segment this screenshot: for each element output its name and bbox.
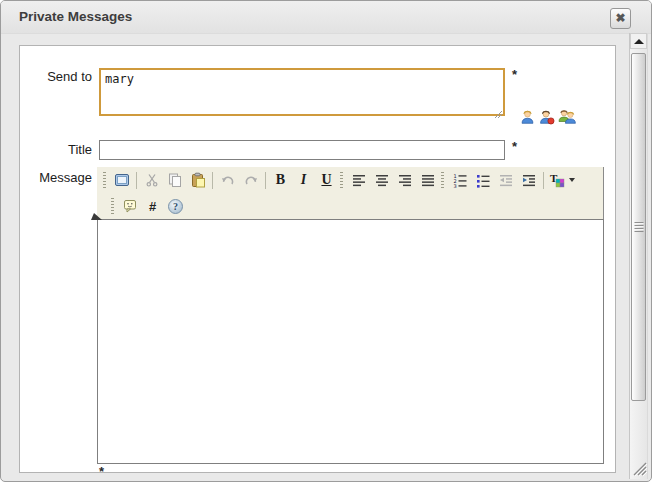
bold-icon: B (276, 172, 285, 188)
italic-icon: I (301, 172, 306, 188)
align-center-button[interactable] (370, 169, 393, 191)
svg-text:?: ? (173, 201, 178, 212)
recipient-buttons (519, 108, 577, 129)
collapse-toolbar-icon (91, 213, 102, 220)
dialog-resize-handle[interactable] (628, 457, 648, 477)
paste-button[interactable] (186, 169, 209, 191)
private-messages-dialog: Private Messages ✖ Send to mary * (0, 0, 652, 482)
svg-text:3: 3 (453, 183, 456, 188)
align-right-button[interactable] (393, 169, 416, 191)
resize-grip-icon (628, 457, 648, 477)
remove-user-icon[interactable] (538, 108, 555, 129)
toolbar-separator (265, 172, 266, 189)
scrollbar-thumb[interactable] (631, 53, 646, 401)
collapse-toolbar-button[interactable] (91, 213, 103, 221)
align-center-icon (374, 172, 390, 188)
select-group-icon[interactable] (557, 108, 577, 129)
text-color-button[interactable]: T (547, 169, 581, 191)
message-editor-area[interactable] (97, 219, 604, 464)
dialog-body: Send to mary * (19, 45, 616, 473)
indent-icon (521, 172, 537, 188)
title-label: Title (20, 142, 92, 157)
redo-icon (243, 172, 259, 188)
close-icon: ✖ (615, 11, 625, 25)
scrollbar[interactable] (629, 33, 648, 479)
ordered-list-icon: 1 2 3 (452, 172, 468, 188)
close-button[interactable]: ✖ (610, 8, 631, 29)
toolbar-row-2: # ? (97, 193, 603, 219)
send-to-resize-grip-icon[interactable] (494, 105, 503, 123)
ordered-list-button[interactable]: 1 2 3 (448, 169, 471, 191)
text-color-icon: T (549, 172, 565, 188)
toolbar-row-1: B I U (97, 167, 603, 193)
send-to-label: Send to (20, 69, 92, 84)
title-required-marker: * (512, 139, 517, 154)
toolbar-grip-icon[interactable] (111, 198, 114, 215)
align-right-icon (397, 172, 413, 188)
send-to-input[interactable]: mary (99, 68, 505, 116)
underline-icon: U (321, 172, 331, 188)
help-button[interactable]: ? (164, 195, 187, 217)
editor-mode-button[interactable] (110, 169, 133, 191)
align-left-icon (351, 172, 367, 188)
message-required-marker: * (99, 464, 104, 479)
bold-button[interactable]: B (269, 169, 292, 191)
cut-icon (144, 172, 160, 188)
toolbar-separator (136, 172, 137, 189)
hash-button[interactable]: # (141, 195, 164, 217)
toolbar-grip-icon[interactable] (103, 172, 106, 189)
cut-button[interactable] (140, 169, 163, 191)
justify-icon (420, 172, 436, 188)
outdent-icon (498, 172, 514, 188)
title-input[interactable] (99, 140, 505, 160)
undo-icon (220, 172, 236, 188)
unordered-list-button[interactable] (471, 169, 494, 191)
help-icon: ? (167, 198, 184, 215)
copy-button[interactable] (163, 169, 186, 191)
underline-button[interactable]: U (315, 169, 338, 191)
select-user-icon[interactable] (519, 108, 536, 129)
editor-toolbar: B I U (97, 167, 604, 219)
send-to-required-marker: * (512, 67, 517, 82)
indent-button[interactable] (517, 169, 540, 191)
toolbar-grip-icon[interactable] (441, 172, 444, 189)
smiley-bubble-icon (122, 198, 138, 214)
italic-button[interactable]: I (292, 169, 315, 191)
redo-button[interactable] (239, 169, 262, 191)
smilies-button[interactable] (118, 195, 141, 217)
toolbar-separator (543, 172, 544, 189)
hash-icon: # (149, 199, 156, 214)
unordered-list-icon (475, 172, 491, 188)
copy-icon (167, 172, 183, 188)
arrow-up-icon (634, 39, 644, 44)
scrollbar-grip-icon (634, 222, 643, 232)
outdent-button[interactable] (494, 169, 517, 191)
toolbar-grip-icon[interactable] (340, 172, 343, 189)
justify-button[interactable] (416, 169, 439, 191)
scrollbar-up-button[interactable] (630, 33, 647, 49)
toolbar-separator (212, 172, 213, 189)
align-left-button[interactable] (347, 169, 370, 191)
message-editor: B I U (97, 167, 604, 464)
paste-icon (190, 172, 206, 188)
dialog-titlebar[interactable]: Private Messages ✖ (1, 1, 651, 34)
text-color-dropdown-icon (569, 178, 575, 182)
editor-mode-icon (114, 172, 130, 188)
dialog-title: Private Messages (19, 9, 132, 24)
message-label: Message (20, 170, 92, 185)
undo-button[interactable] (216, 169, 239, 191)
